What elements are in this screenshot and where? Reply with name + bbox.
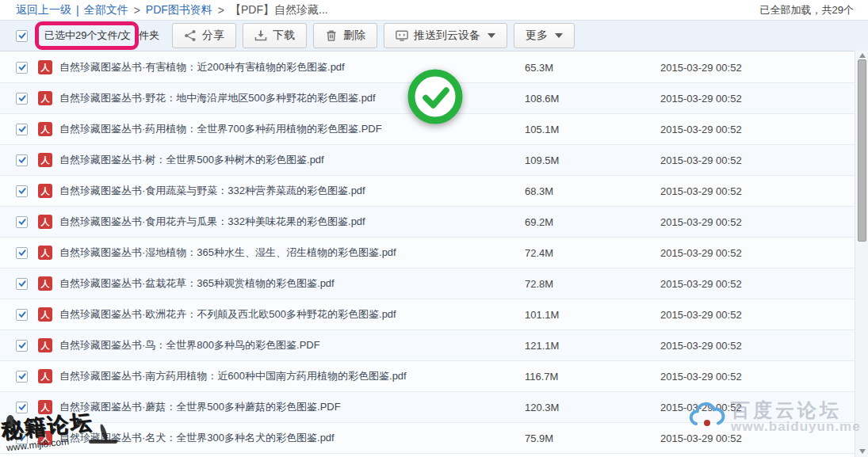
breadcrumb-chevron: > (134, 4, 140, 17)
file-row[interactable]: 人 自然珍藏图鉴丛书·食用蔬菜与野菜：332种营养菜蔬的彩色图鉴.pdf 68.… (0, 176, 855, 207)
check-icon (17, 63, 27, 72)
file-row[interactable]: 人 自然珍藏图鉴丛书·南方药用植物：近600种中国南方药用植物的彩色图鉴.pdf… (0, 361, 855, 392)
pdf-file-icon: 人 (38, 276, 52, 291)
file-row[interactable]: 人 自然珍藏图鉴丛书·蘑菇：全世界500多种蘑菇的彩色图鉴.PDF 120.3M… (0, 392, 855, 423)
file-checkbox[interactable] (16, 432, 28, 444)
pdf-file-icon: 人 (38, 122, 52, 136)
file-name-link[interactable]: 自然珍藏图鉴丛书·南方药用植物：近600种中国南方药用植物的彩色图鉴.pdf (59, 369, 407, 383)
pdf-file-icon: 人 (38, 431, 52, 445)
device-icon (396, 29, 408, 42)
file-checkbox[interactable] (16, 216, 28, 228)
file-size: 108.6M (525, 93, 559, 105)
arrow-up-icon (859, 53, 866, 58)
file-row[interactable]: 人 自然珍藏图鉴丛书·湿地植物：365种水生、湿生、沼生植物的彩色图鉴.pdf … (0, 238, 855, 268)
file-checkbox[interactable] (16, 154, 28, 166)
file-row[interactable]: 人 自然珍藏图鉴丛书·鸟：全世界800多种鸟的彩色图鉴.PDF 121.1M 2… (0, 330, 855, 361)
download-icon (254, 29, 267, 42)
file-name-link[interactable]: 自然珍藏图鉴丛书·树：全世界500多种树木的彩色图鉴.pdf (59, 153, 324, 167)
check-icon (17, 248, 27, 257)
file-checkbox[interactable] (16, 62, 28, 74)
file-date: 2015-03-29 00:52 (660, 62, 742, 74)
file-name-link[interactable]: 自然珍藏图鉴丛书·有害植物：近200种有害植物的彩色图鉴.pdf (59, 60, 345, 74)
file-row[interactable]: 人 自然珍藏图鉴丛书·欧洲花卉：不列颠及西北欧500多种野花的彩色图鉴.pdf … (0, 299, 855, 330)
pdf-file-icon: 人 (38, 369, 52, 383)
check-icon (17, 310, 27, 319)
file-row[interactable]: 人 自然珍藏图鉴丛书·树：全世界500多种树木的彩色图鉴.pdf 109.5M … (0, 145, 855, 176)
file-checkbox[interactable] (16, 247, 28, 259)
green-check-icon (407, 68, 464, 125)
file-checkbox[interactable] (16, 309, 28, 321)
breadcrumb-separator: | (76, 4, 79, 17)
file-checkbox[interactable] (16, 371, 28, 383)
file-name-link[interactable]: 自然珍藏图鉴丛书·药用植物：全世界700多种药用植物的彩色图鉴.PDF (59, 122, 382, 136)
more-button[interactable]: 更多 (514, 23, 575, 48)
pdf-file-icon: 人 (38, 246, 52, 260)
file-row[interactable]: 人 自然珍藏图鉴丛书·名犬：全世界300多种名犬的彩色图鉴.pdf 75.9M … (0, 423, 855, 454)
file-name-link[interactable]: 自然珍藏图鉴丛书·盆栽花草：365种观赏植物的彩色图鉴.pdf (59, 276, 335, 291)
chevron-down-icon (555, 33, 563, 38)
check-icon (17, 155, 27, 165)
breadcrumb-all-files-link[interactable]: 全部文件 (84, 3, 128, 17)
breadcrumb-folder-link[interactable]: PDF图书资料 (146, 3, 212, 17)
breadcrumb-back-link[interactable]: 返回上一级 (16, 3, 71, 17)
file-row[interactable]: 人 自然珍藏图鉴丛书·食用花卉与瓜果：332种美味花果的彩色图鉴.pdf 69.… (0, 207, 855, 238)
chevron-down-icon (488, 33, 495, 38)
file-name-link[interactable]: 自然珍藏图鉴丛书·食用蔬菜与野菜：332种营养菜蔬的彩色图鉴.pdf (59, 184, 365, 198)
selection-count-text: 已选中29个文件/文 件夹 (35, 21, 159, 50)
breadcrumb-current-folder: 【PDF】自然珍藏... (230, 3, 328, 17)
file-date: 2015-03-29 00:52 (660, 278, 742, 290)
check-icon (17, 433, 27, 443)
share-button-label: 分享 (202, 29, 224, 43)
file-name-link[interactable]: 自然珍藏图鉴丛书·食用花卉与瓜果：332种美味花果的彩色图鉴.pdf (59, 215, 365, 229)
file-checkbox[interactable] (16, 278, 28, 290)
file-name-link[interactable]: 自然珍藏图鉴丛书·名犬：全世界300多种名犬的彩色图鉴.pdf (59, 431, 335, 445)
file-date: 2015-03-29 00:52 (660, 185, 742, 197)
file-date: 2015-03-29 00:52 (660, 402, 742, 413)
download-button[interactable]: 下载 (243, 23, 307, 48)
file-checkbox[interactable] (16, 185, 28, 197)
selection-count-boxed: 已选中29个文件/文 (44, 29, 131, 41)
file-name-link[interactable]: 自然珍藏图鉴丛书·湿地植物：365种水生、湿生、沼生植物的彩色图鉴.pdf (59, 246, 396, 260)
scrollbar-thumb[interactable] (858, 59, 866, 242)
check-icon (17, 279, 27, 288)
file-checkbox[interactable] (16, 93, 28, 105)
file-date: 2015-03-29 00:52 (660, 309, 742, 321)
file-size: 72.4M (525, 247, 553, 259)
vertical-scrollbar[interactable] (855, 50, 868, 457)
scroll-down-arrow[interactable] (855, 446, 868, 457)
pdf-file-icon: 人 (38, 215, 52, 229)
select-all-checkbox[interactable] (16, 30, 28, 42)
pdf-file-icon: 人 (38, 60, 52, 74)
file-checkbox[interactable] (16, 124, 28, 135)
success-check-overlay (407, 68, 464, 125)
file-checkbox[interactable] (16, 340, 28, 352)
file-name-link[interactable]: 自然珍藏图鉴丛书·鸟：全世界800多种鸟的彩色图鉴.PDF (59, 338, 320, 352)
selection-count-rest: 件夹 (139, 29, 159, 43)
file-size: 105.1M (525, 124, 559, 135)
pdf-file-icon: 人 (38, 153, 52, 167)
file-name-link[interactable]: 自然珍藏图鉴丛书·欧洲花卉：不列颠及西北欧500多种野花的彩色图鉴.pdf (59, 307, 396, 322)
file-date: 2015-03-29 00:52 (660, 154, 742, 166)
file-date: 2015-03-29 00:52 (660, 216, 742, 228)
file-size: 116.7M (525, 371, 558, 383)
file-date: 2015-03-29 00:52 (660, 432, 742, 444)
check-icon (17, 402, 27, 412)
file-size: 65.3M (525, 62, 553, 74)
download-button-label: 下载 (273, 29, 295, 43)
share-button[interactable]: 分享 (172, 23, 236, 48)
push-to-cloud-device-button[interactable]: 推送到云设备 (384, 23, 507, 48)
file-name-link[interactable]: 自然珍藏图鉴丛书·蘑菇：全世界500多种蘑菇的彩色图鉴.PDF (59, 400, 341, 414)
file-size: 75.9M (525, 432, 553, 444)
trash-icon (325, 29, 338, 42)
check-icon (17, 31, 27, 40)
file-size: 68.3M (525, 185, 553, 197)
file-date: 2015-03-29 00:52 (660, 371, 742, 383)
check-icon (17, 186, 27, 196)
file-size: 101.1M (525, 309, 559, 321)
delete-button[interactable]: 删除 (313, 23, 377, 48)
pdf-file-icon: 人 (38, 307, 52, 322)
file-row[interactable]: 人 自然珍藏图鉴丛书·盆栽花草：365种观赏植物的彩色图鉴.pdf 72.8M … (0, 268, 855, 299)
check-icon (17, 217, 27, 227)
file-checkbox[interactable] (16, 402, 28, 413)
file-name-link[interactable]: 自然珍藏图鉴丛书·野花：地中海沿岸地区500多种野花的彩色图鉴.pdf (59, 91, 376, 105)
